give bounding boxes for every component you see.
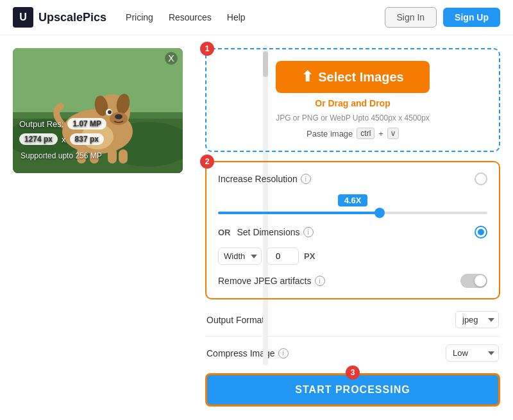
increase-res-row: Increase Resolution i	[218, 172, 487, 185]
output-res-label: Output Res:	[19, 119, 63, 129]
mp-value: 1.07 MP	[67, 118, 106, 130]
remove-jpeg-toggle[interactable]	[460, 274, 487, 288]
header: U UpscalePics Pricing Resources Help Sig…	[0, 0, 513, 35]
compress-info-icon[interactable]: i	[278, 348, 289, 358]
width-select[interactable]: Width Height	[218, 248, 262, 265]
increase-res-label: Increase Resolution i	[218, 174, 311, 184]
slider-value: 4.6X	[338, 194, 368, 206]
image-info: Output Res: 1.07 MP 1274 px x 837 px Sup…	[19, 118, 106, 160]
paste-row: Paste image ctrl + v	[307, 128, 399, 139]
x-label: x	[62, 135, 66, 144]
left-panel: X Output Res: 1.07 MP 1274 px x 837 px S…	[13, 48, 192, 407]
ctrl-key: ctrl	[357, 128, 374, 139]
select-images-label: Select Images	[318, 70, 403, 85]
select-images-button[interactable]: ⬆ Select Images	[276, 61, 429, 93]
height-value: 837 px	[70, 133, 104, 145]
output-format-row: Output Format jpeg png webp	[205, 311, 500, 328]
compress-select[interactable]: Low Medium High	[446, 344, 499, 362]
radio-inner	[478, 229, 484, 235]
svg-point-10	[115, 114, 122, 119]
plus-label: +	[378, 129, 383, 139]
upload-icon: ⬆	[301, 69, 313, 85]
increase-res-info-icon[interactable]: i	[301, 174, 311, 184]
set-dimensions-row: OR Set Dimensions i	[218, 226, 487, 239]
px-unit: PX	[304, 251, 315, 261]
start-wrap: 3 START PROCESSING	[205, 373, 500, 407]
signin-button[interactable]: Sign In	[385, 7, 437, 28]
and-label: and	[351, 98, 367, 108]
v-key: v	[387, 128, 399, 139]
slider-wrap: 4.6X	[218, 194, 487, 217]
file-types-label: JPG or PNG or WebP Upto 4500px x 4500px	[276, 113, 430, 122]
remove-jpeg-label: Remove JPEG artifacts i	[218, 276, 325, 286]
dimensions-row: 1274 px x 837 px	[19, 133, 106, 145]
options-panel: 2 Increase Resolution i 4.6X	[205, 161, 500, 299]
dimensions-input-row: Width Height PX	[218, 248, 487, 265]
main-nav: Pricing Resources Help	[126, 12, 384, 22]
svg-rect-17	[119, 149, 128, 164]
compress-image-label: Compress Image i	[206, 348, 289, 358]
logo-text: UpscalePics	[38, 11, 106, 24]
logo: U UpscalePics	[13, 7, 106, 28]
output-format-label: Output Format	[206, 315, 264, 325]
slider-label: 4.6X	[218, 194, 487, 206]
jpeg-info-icon[interactable]: i	[315, 276, 325, 286]
step-3-badge: 3	[346, 365, 360, 380]
step-1-badge: 1	[200, 42, 214, 56]
logo-letter: U	[19, 12, 27, 23]
close-button[interactable]: X	[165, 52, 178, 65]
slider-track[interactable]	[218, 212, 487, 214]
drag-drop-text: Or Drag and Drop	[315, 98, 390, 108]
output-format-select[interactable]: jpeg png webp	[455, 311, 499, 328]
separator	[205, 336, 500, 337]
bottom-options: Output Format jpeg png webp Compress Ima…	[205, 308, 500, 364]
step-2-badge: 2	[200, 155, 214, 169]
image-preview: X Output Res: 1.07 MP 1274 px x 837 px S…	[13, 48, 183, 173]
main-content: X Output Res: 1.07 MP 1274 px x 837 px S…	[0, 35, 513, 419]
width-value: 1274 px	[19, 133, 58, 145]
increase-res-radio[interactable]	[475, 172, 487, 185]
remove-jpeg-row: Remove JPEG artifacts i	[218, 274, 487, 288]
nav-resources[interactable]: Resources	[169, 12, 212, 22]
signup-button[interactable]: Sign Up	[443, 8, 500, 27]
nav-pricing[interactable]: Pricing	[126, 12, 153, 22]
supported-label: Supported upto 256 MP	[19, 151, 106, 160]
paste-label: Paste image	[307, 129, 353, 139]
nav-help[interactable]: Help	[227, 12, 246, 22]
toggle-thumb	[475, 275, 486, 287]
upload-area: 1 ⬆ Select Images Or Drag and Drop JPG o…	[205, 48, 500, 152]
or-drag-label: Or Drag	[315, 98, 348, 108]
svg-point-12	[108, 110, 112, 114]
compress-image-row: Compress Image i Low Medium High	[205, 344, 500, 362]
set-dim-radio[interactable]	[475, 226, 487, 239]
drop-label: Drop	[369, 98, 391, 108]
slider-thumb[interactable]	[374, 208, 385, 218]
set-dimensions-label: OR Set Dimensions i	[218, 227, 314, 237]
dimension-value-input[interactable]	[267, 248, 299, 265]
svg-rect-16	[108, 147, 117, 164]
output-res-row: Output Res: 1.07 MP	[19, 118, 106, 130]
set-dim-info-icon[interactable]: i	[303, 227, 314, 237]
logo-box: U	[13, 7, 33, 28]
header-actions: Sign In Sign Up	[385, 7, 500, 28]
slider-fill	[218, 212, 380, 214]
right-panel: 1 ⬆ Select Images Or Drag and Drop JPG o…	[205, 48, 500, 407]
